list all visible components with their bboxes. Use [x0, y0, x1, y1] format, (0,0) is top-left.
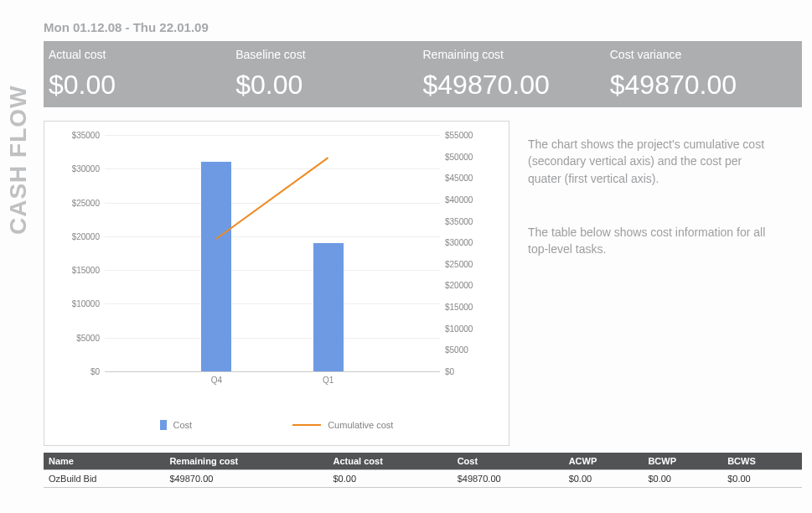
metric-value: $49870.00 — [610, 70, 797, 101]
y2-tick-label: $10000 — [445, 324, 473, 333]
y2-tick-label: $0 — [445, 367, 454, 376]
y2-tick-label: $45000 — [445, 174, 473, 183]
legend-cumulative-cost: Cumulative cost — [292, 420, 393, 430]
y2-tick-label: $55000 — [445, 131, 473, 140]
y2-tick-label: $5000 — [445, 345, 468, 355]
metrics-bar: Actual cost $0.00 Baseline cost $0.00 Re… — [44, 41, 802, 107]
gridline — [105, 168, 440, 169]
line-swatch-icon — [292, 424, 321, 426]
metric-baseline-cost: Baseline cost $0.00 — [235, 48, 422, 101]
table-cell: $49870.00 — [453, 470, 564, 488]
task-cost-table: NameRemaining costActual costCostACWPBCW… — [44, 453, 802, 488]
page-section-title: CASH FLOW — [5, 85, 32, 235]
y2-tick-label: $50000 — [445, 152, 473, 161]
gridline — [105, 338, 440, 339]
table-header: Cost — [453, 453, 564, 470]
y1-tick-label: $15000 — [72, 266, 100, 275]
metric-value: $49870.00 — [423, 70, 610, 101]
chart-description: The chart shows the project's cumulative… — [528, 121, 768, 446]
gridline — [105, 135, 440, 136]
cashflow-chart: $0$5000$10000$15000$20000$25000$30000$35… — [44, 121, 509, 446]
cost-bar — [201, 162, 231, 371]
cost-bar — [313, 243, 344, 371]
table-cell: OzBuild Bid — [44, 470, 164, 488]
y1-tick-label: $5000 — [76, 333, 100, 342]
y1-tick-label: $30000 — [72, 164, 100, 174]
metric-label: Baseline cost — [235, 48, 422, 61]
table-cell: $0.00 — [328, 470, 453, 488]
gridline — [105, 236, 440, 237]
description-paragraph: The chart shows the project's cumulative… — [528, 136, 768, 187]
bar-swatch-icon — [160, 420, 167, 430]
table-header: Remaining cost — [164, 453, 328, 470]
legend-label: Cumulative cost — [328, 420, 393, 430]
legend-label: Cost — [173, 420, 193, 430]
table-cell: $0.00 — [722, 470, 802, 488]
x-tick-label: Q4 — [211, 376, 222, 385]
table-header: Name — [44, 453, 164, 470]
metric-actual-cost: Actual cost $0.00 — [49, 48, 235, 101]
table-header: Actual cost — [328, 453, 453, 470]
table-header: BCWS — [722, 453, 802, 470]
chart-legend: Cost Cumulative cost — [44, 420, 509, 430]
y1-tick-label: $35000 — [72, 131, 100, 140]
description-paragraph: The table below shows cost information f… — [528, 224, 768, 258]
y1-tick-label: $10000 — [72, 299, 100, 308]
table-header: BCWP — [643, 453, 722, 470]
date-range: Mon 01.12.08 - Thu 22.01.09 — [44, 20, 802, 34]
y2-tick-label: $20000 — [445, 281, 473, 290]
table-cell: $0.00 — [643, 470, 722, 488]
metric-cost-variance: Cost variance $49870.00 — [610, 48, 797, 101]
metric-value: $0.00 — [235, 70, 422, 101]
metric-value: $0.00 — [49, 70, 235, 101]
y2-tick-label: $15000 — [445, 303, 473, 312]
y1-tick-label: $20000 — [72, 231, 100, 241]
plot-area: $0$5000$10000$15000$20000$25000$30000$35… — [105, 135, 440, 371]
metric-label: Cost variance — [610, 48, 797, 61]
gridline — [105, 303, 440, 304]
table-row: OzBuild Bid$49870.00$0.00$49870.00$0.00$… — [44, 470, 802, 488]
metric-label: Actual cost — [49, 48, 235, 61]
y1-tick-label: $0 — [91, 367, 100, 376]
gridline — [105, 203, 440, 204]
legend-cost: Cost — [160, 420, 193, 430]
table-header: ACWP — [564, 453, 644, 470]
table-cell: $49870.00 — [164, 470, 328, 488]
y2-tick-label: $30000 — [445, 238, 473, 247]
gridline — [105, 270, 440, 271]
metric-remaining-cost: Remaining cost $49870.00 — [423, 48, 610, 101]
metric-label: Remaining cost — [423, 48, 610, 61]
y2-tick-label: $40000 — [445, 194, 473, 204]
y2-tick-label: $35000 — [445, 216, 473, 225]
y1-tick-label: $25000 — [72, 198, 100, 207]
y2-tick-label: $25000 — [445, 259, 473, 268]
table-cell: $0.00 — [564, 470, 644, 488]
x-tick-label: Q1 — [323, 376, 334, 385]
